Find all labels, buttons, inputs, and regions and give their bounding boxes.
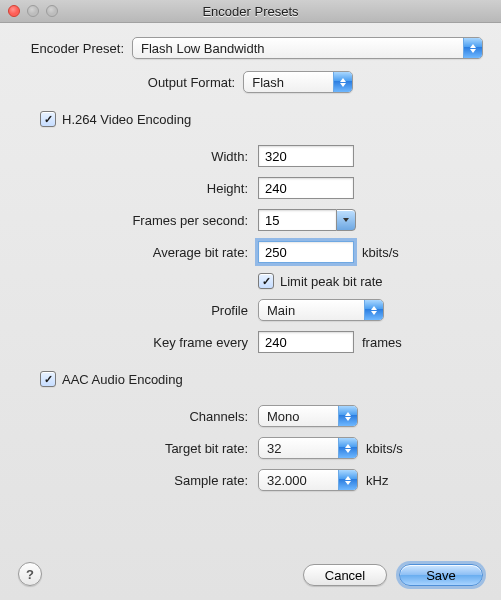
audio-encoding-label: AAC Audio Encoding [62, 372, 183, 387]
save-button[interactable]: Save [399, 564, 483, 586]
avg-bitrate-label: Average bit rate: [18, 245, 248, 260]
chevron-updown-icon [463, 38, 482, 58]
minimize-button[interactable] [27, 5, 39, 17]
target-bitrate-select[interactable]: 32 [258, 437, 358, 459]
profile-value: Main [259, 303, 364, 318]
video-encoding-label: H.264 Video Encoding [62, 112, 191, 127]
width-label: Width: [18, 149, 248, 164]
avg-bitrate-unit: kbits/s [362, 245, 399, 260]
channels-select[interactable]: Mono [258, 405, 358, 427]
sample-rate-value: 32.000 [259, 473, 338, 488]
height-label: Height: [18, 181, 248, 196]
sample-rate-select[interactable]: 32.000 [258, 469, 358, 491]
keyframe-label: Key frame every [18, 335, 248, 350]
height-input[interactable] [258, 177, 354, 199]
output-format-label: Output Format: [148, 75, 235, 90]
audio-encoding-checkbox[interactable] [40, 371, 56, 387]
avg-bitrate-input[interactable] [258, 241, 354, 263]
chevron-updown-icon [338, 438, 357, 458]
output-format-select[interactable]: Flash [243, 71, 353, 93]
target-bitrate-label: Target bit rate: [18, 441, 248, 456]
close-button[interactable] [8, 5, 20, 17]
chevron-updown-icon [333, 72, 352, 92]
keyframe-unit: frames [362, 335, 402, 350]
channels-label: Channels: [18, 409, 248, 424]
video-encoding-checkbox[interactable] [40, 111, 56, 127]
width-input[interactable] [258, 145, 354, 167]
chevron-updown-icon [364, 300, 383, 320]
encoder-preset-label: Encoder Preset: [18, 41, 124, 56]
fps-combobox[interactable] [258, 209, 356, 231]
limit-peak-label: Limit peak bit rate [280, 274, 383, 289]
limit-peak-checkbox[interactable] [258, 273, 274, 289]
target-bitrate-value: 32 [259, 441, 338, 456]
window-title: Encoder Presets [0, 4, 501, 19]
sample-rate-unit: kHz [366, 473, 388, 488]
content-area: Encoder Preset: Flash Low Bandwidth Outp… [0, 23, 501, 491]
target-bitrate-unit: kbits/s [366, 441, 403, 456]
cancel-button[interactable]: Cancel [303, 564, 387, 586]
profile-label: Profile [18, 303, 248, 318]
encoder-presets-window: Encoder Presets Encoder Preset: Flash Lo… [0, 0, 501, 600]
traffic-lights [8, 5, 58, 17]
fps-input[interactable] [258, 209, 336, 231]
chevron-updown-icon [338, 470, 357, 490]
channels-value: Mono [259, 409, 338, 424]
chevron-updown-icon [338, 406, 357, 426]
encoder-preset-select[interactable]: Flash Low Bandwidth [132, 37, 483, 59]
profile-select[interactable]: Main [258, 299, 384, 321]
output-format-value: Flash [244, 75, 333, 90]
chevron-down-icon[interactable] [336, 209, 356, 231]
zoom-button[interactable] [46, 5, 58, 17]
encoder-preset-value: Flash Low Bandwidth [133, 41, 463, 56]
sample-rate-label: Sample rate: [18, 473, 248, 488]
titlebar: Encoder Presets [0, 0, 501, 23]
fps-label: Frames per second: [18, 213, 248, 228]
keyframe-input[interactable] [258, 331, 354, 353]
